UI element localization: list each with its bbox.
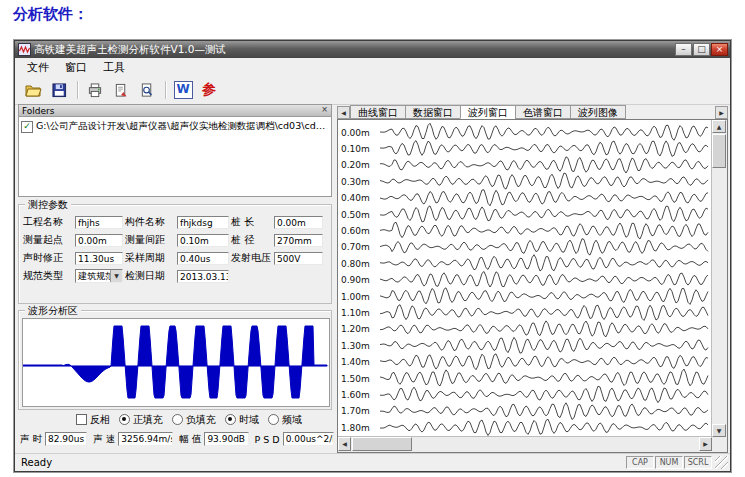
title-bar[interactable]: 高铁建美超声土检测分析软件V1.0—测试 – □ × [15, 41, 730, 58]
status-flags: CAP NUM SCRL [626, 456, 728, 469]
freq-domain-radio[interactable] [268, 414, 279, 425]
depth-label: 1.30m [341, 341, 370, 351]
waveform-trace [380, 305, 708, 321]
invert-checkbox[interactable] [76, 414, 87, 425]
scroll-lock-indicator: SCRL [684, 456, 712, 469]
start-input[interactable]: 0.00m [75, 234, 123, 247]
tree-item-checkbox[interactable]: ✓ [21, 121, 33, 133]
time-domain-label: 时域 [239, 413, 259, 427]
positive-fill-control[interactable]: 正填充 [119, 413, 163, 427]
folders-header: Folders × [18, 104, 332, 117]
print-button[interactable] [83, 79, 107, 102]
scroll-down-icon[interactable]: ▼ [712, 424, 726, 437]
word-export-button[interactable]: W [171, 79, 195, 102]
tab-strip: ◀ 曲线窗口 数据窗口 波列窗口 色谱窗口 波列图像 ▶ [337, 104, 728, 119]
freq-domain-control[interactable]: 频域 [268, 413, 302, 427]
test-date-input[interactable]: 2013.03.13 [177, 270, 229, 283]
params-groupbox: 测控参数 工程名称 fhjhs 构件名称 fhjkdsg 桩 长 0.00m 测… [18, 204, 332, 304]
params-title: 测控参数 [25, 198, 71, 212]
depth-label: 0.90m [341, 275, 370, 285]
wavetrain-view[interactable]: 0.00m0.10m0.20m0.30m0.40m0.50m0.60m0.70m… [337, 119, 728, 453]
positive-fill-radio[interactable] [119, 414, 130, 425]
component-input[interactable]: fhjkdsg [177, 216, 229, 229]
waveform-trace [380, 337, 708, 353]
tab-scroll-right-icon[interactable]: ▶ [715, 106, 728, 119]
chevron-down-icon[interactable]: ▼ [110, 270, 122, 282]
component-label: 构件名称 [125, 215, 175, 229]
negative-fill-control[interactable]: 负填充 [172, 413, 216, 427]
time-domain-control[interactable]: 时域 [225, 413, 259, 427]
parameter-icon: 参 [202, 81, 216, 99]
negative-fill-radio[interactable] [172, 414, 183, 425]
sound-time-label: 声 时 [20, 433, 42, 446]
depth-label: 0.30m [341, 177, 370, 187]
waveform-trace [380, 190, 708, 206]
tab-data-window[interactable]: 数据窗口 [405, 105, 461, 119]
preview-button[interactable] [135, 79, 159, 102]
waveform-trace [380, 123, 708, 140]
vertical-scrollbar[interactable]: ▲ ▼ [711, 120, 727, 437]
depth-label: 1.00m [341, 292, 370, 302]
folders-close-icon[interactable]: × [319, 105, 330, 116]
horizontal-scroll-thumb[interactable] [352, 437, 412, 451]
depth-label: 1.10m [341, 308, 370, 318]
menu-tools[interactable]: 工具 [95, 59, 133, 76]
menu-bar: 文件 窗口 工具 [15, 58, 730, 77]
depth-label: 0.00m [341, 128, 370, 138]
resize-grip[interactable] [715, 456, 728, 469]
left-panel: Folders × ✓ G:\公司产品设计开发\超声仪器\超声仪实地检测数据调档… [18, 104, 334, 453]
menu-file[interactable]: 文件 [19, 59, 57, 76]
scroll-left-icon[interactable]: ◀ [338, 437, 351, 451]
amplitude-value: 93.90dB [204, 432, 248, 446]
invert-control[interactable]: 反相 [76, 413, 110, 427]
tab-spectrum-window[interactable]: 色谱窗口 [515, 105, 571, 119]
tab-scroll-left-icon[interactable]: ◀ [337, 106, 350, 119]
toolbar-separator [77, 81, 79, 99]
maximize-button[interactable]: □ [693, 43, 710, 56]
minimize-button[interactable]: – [675, 43, 692, 56]
waveform-trace [380, 255, 708, 271]
horizontal-scrollbar[interactable]: ◀ ▶ [338, 436, 712, 452]
tab-wavetrain-window[interactable]: 波列窗口 [460, 105, 516, 119]
depth-label: 0.60m [341, 226, 370, 236]
depth-label: 1.60m [341, 390, 370, 400]
tab-curve-window[interactable]: 曲线窗口 [350, 105, 406, 119]
status-bar: Ready CAP NUM SCRL [15, 453, 730, 471]
spec-type-select[interactable]: 建筑规范 ▼ [75, 269, 123, 283]
voltage-input[interactable]: 500V [274, 252, 323, 265]
diameter-input[interactable]: 270mm [274, 234, 323, 247]
freq-domain-label: 频域 [282, 413, 302, 427]
depth-label: 1.40m [341, 357, 370, 367]
sound-correction-input[interactable]: 11.30us [75, 252, 123, 265]
num-lock-indicator: NUM [655, 456, 683, 469]
psd-label: P S D [255, 434, 280, 445]
tree-item[interactable]: ✓ G:\公司产品设计开发\超声仪器\超声仪实地检测数据调档\cd03\cd03… [21, 120, 329, 133]
tab-wavetrain-image[interactable]: 波列图像 [570, 105, 626, 119]
toolbar: W 参 [15, 76, 730, 105]
export-button[interactable] [109, 79, 133, 102]
vertical-scroll-thumb[interactable] [712, 134, 726, 168]
save-button[interactable] [47, 79, 71, 102]
waveform-trace [380, 157, 708, 173]
start-label: 测量起点 [23, 233, 73, 247]
wavetrain-plot: 0.00m0.10m0.20m0.30m0.40m0.50m0.60m0.70m… [338, 120, 712, 437]
scroll-up-icon[interactable]: ▲ [712, 120, 726, 133]
waveform-trace [380, 222, 708, 239]
sample-period-input[interactable]: 0.40us [177, 252, 229, 265]
waveform-plot[interactable] [22, 318, 330, 407]
sound-time-value: 82.90us [45, 432, 87, 446]
depth-label: 0.70m [341, 242, 370, 252]
project-input[interactable]: fhjhs [75, 216, 123, 229]
spacing-input[interactable]: 0.10m [177, 234, 229, 247]
depth-label: 0.40m [341, 193, 370, 203]
time-domain-radio[interactable] [225, 414, 236, 425]
close-button[interactable]: × [711, 43, 728, 56]
parameter-button[interactable]: 参 [197, 79, 221, 102]
scroll-right-icon[interactable]: ▶ [699, 437, 712, 451]
params-grid: 工程名称 fhjhs 构件名称 fhjkdsg 桩 长 0.00m 测量起点 0… [23, 215, 323, 283]
diameter-label: 桩 径 [231, 233, 272, 247]
depth-label: 0.20m [341, 160, 370, 170]
menu-window[interactable]: 窗口 [57, 59, 95, 76]
pile-length-input[interactable]: 0.00m [274, 216, 323, 229]
open-button[interactable] [21, 79, 45, 102]
